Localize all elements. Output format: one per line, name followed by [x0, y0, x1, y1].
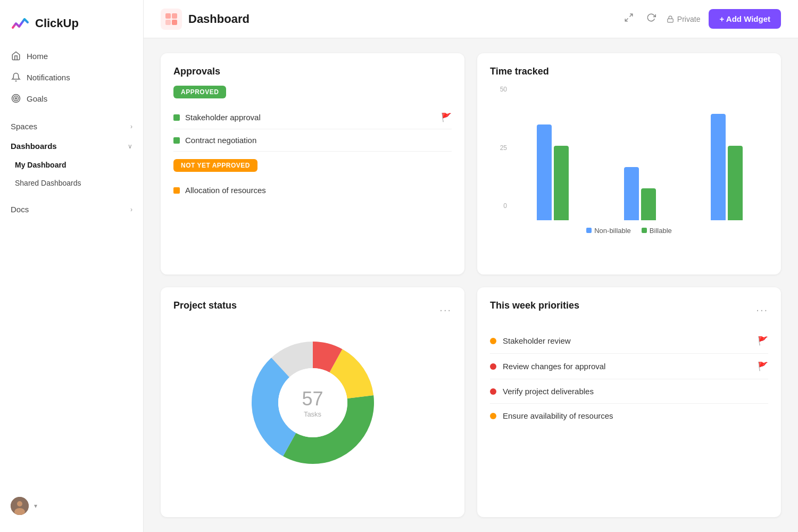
priority-flag-2: 🚩 [758, 361, 768, 371]
svg-point-4 [17, 501, 22, 506]
sidebar-item-my-dashboard[interactable]: My Dashboard [4, 156, 139, 173]
page-header: Dashboard Private + Add Widget [144, 0, 798, 38]
svg-rect-7 [172, 13, 177, 19]
approved-badge: APPROVED [173, 86, 226, 98]
bar-group-2 [598, 167, 681, 220]
add-widget-button[interactable]: + Add Widget [709, 9, 781, 29]
project-status-menu-button[interactable]: ··· [439, 304, 452, 316]
time-tracked-card: Time tracked 50 25 0 [477, 53, 781, 275]
private-badge: Private [667, 15, 701, 23]
bar-chart-container: 50 25 0 [490, 86, 768, 220]
donut-center: 57 Tasks [302, 388, 323, 418]
project-status-title: Project status [173, 300, 237, 311]
approval-item-allocation-label: Allocation of resources [185, 186, 266, 195]
project-status-card: Project status ··· [161, 287, 464, 517]
sidebar-item-goals[interactable]: Goals [4, 88, 139, 109]
svg-line-10 [629, 14, 632, 16]
sidebar-navigation: Home Notifications Goals Spaces › Dashbo… [0, 46, 143, 219]
priority-item-2: Review changes for approval 🚩 [490, 354, 768, 379]
svg-rect-12 [668, 19, 674, 22]
not-approved-badge: NOT YET APPROVED [173, 159, 257, 172]
legend-dot-non-billable [586, 228, 592, 233]
donut-total: 57 [302, 388, 323, 410]
bar-green-1 [554, 146, 569, 220]
user-profile-area[interactable]: ▾ [0, 488, 143, 523]
project-status-header: Project status ··· [173, 300, 452, 320]
approval-item-contract: Contract negotiation [173, 129, 452, 152]
bar-green-3 [728, 146, 743, 220]
y-axis: 50 25 0 [490, 86, 507, 210]
orange-dot-allocation [173, 187, 180, 194]
donut-label: Tasks [302, 410, 323, 418]
logo-area: ClickUp [0, 9, 143, 46]
priority-label-1: Stakeholder review [503, 336, 571, 345]
sidebar-item-notifications[interactable]: Notifications [4, 67, 139, 87]
home-icon [11, 51, 21, 61]
sidebar-item-dashboards-label: Dashboards [11, 142, 57, 151]
time-tracked-title: Time tracked [490, 66, 768, 77]
priority-dot-1 [490, 338, 496, 344]
priority-item-1: Stakeholder review 🚩 [490, 328, 768, 354]
bell-icon [11, 72, 21, 82]
y-label-0: 0 [490, 202, 507, 210]
svg-rect-9 [172, 20, 177, 25]
svg-rect-6 [165, 13, 171, 19]
chart-legend: Non-billable Billable [490, 227, 768, 235]
sidebar-item-shared-dashboards[interactable]: Shared Dashboards [4, 174, 139, 192]
sidebar-item-home[interactable]: Home [4, 46, 139, 66]
priority-flag-1: 🚩 [758, 336, 768, 346]
approval-item-allocation: Allocation of resources [173, 179, 452, 201]
clickup-logo-icon [11, 14, 30, 33]
target-icon [11, 93, 21, 104]
priority-item-4: Ensure availability of resources [490, 404, 768, 428]
legend-non-billable: Non-billable [586, 227, 631, 235]
main-content: Dashboard Private + Add Widget Approvals… [144, 0, 798, 532]
time-tracked-chart: 50 25 0 [490, 86, 768, 235]
chevron-down-icon: ∨ [128, 143, 132, 150]
expand-button[interactable] [622, 11, 636, 27]
priority-dot-2 [490, 363, 496, 370]
dashboard-grid: Approvals APPROVED Stakeholder approval … [144, 38, 798, 532]
chevron-right-docs-icon: › [130, 206, 132, 213]
priority-label-4: Ensure availability of resources [503, 411, 613, 420]
header-actions: Private + Add Widget [622, 9, 781, 29]
y-label-50: 50 [490, 86, 507, 93]
bar-group-3 [685, 114, 768, 220]
priorities-menu-button[interactable]: ··· [756, 304, 768, 316]
svg-point-2 [15, 98, 17, 99]
approval-item-contract-label: Contract negotiation [185, 136, 256, 145]
bar-green-2 [641, 188, 656, 220]
donut-chart: 57 Tasks [244, 334, 382, 472]
priority-dot-3 [490, 388, 496, 395]
refresh-button[interactable] [644, 11, 658, 27]
priorities-title: This week priorities [490, 300, 579, 311]
bar-group-1 [511, 124, 594, 220]
flag-icon-stakeholder: 🚩 [441, 112, 452, 122]
approvals-card-title: Approvals [173, 66, 452, 77]
chevron-right-icon: › [130, 123, 132, 130]
svg-point-1 [14, 96, 19, 101]
private-label: Private [677, 15, 701, 23]
sidebar-item-my-dashboard-label: My Dashboard [15, 161, 66, 169]
sidebar-item-goals-label: Goals [27, 94, 47, 103]
priority-dot-4 [490, 413, 496, 419]
priorities-card: This week priorities ··· Stakeholder rev… [477, 287, 781, 517]
sidebar-item-shared-dashboards-label: Shared Dashboards [15, 179, 81, 187]
sidebar-item-home-label: Home [27, 52, 48, 61]
approval-item-stakeholder: Stakeholder approval 🚩 [173, 106, 452, 129]
priorities-header: This week priorities ··· [490, 300, 768, 320]
avatar [11, 497, 29, 515]
approval-item-stakeholder-label: Stakeholder approval [185, 113, 261, 122]
sidebar-item-spaces[interactable]: Spaces › [4, 117, 139, 136]
sidebar-item-docs-label: Docs [11, 205, 29, 214]
sidebar-item-docs[interactable]: Docs › [4, 200, 139, 219]
dashboard-icon [161, 9, 182, 30]
legend-billable: Billable [642, 227, 672, 235]
sidebar: ClickUp Home Notifications Goals Spaces … [0, 0, 144, 532]
sidebar-item-notifications-label: Notifications [27, 73, 70, 82]
page-title: Dashboard [188, 12, 616, 26]
priority-item-3: Verify project deliverables [490, 379, 768, 404]
green-dot-contract [173, 137, 180, 144]
sidebar-item-dashboards[interactable]: Dashboards ∨ [4, 137, 139, 155]
priorities-list: Stakeholder review 🚩 Review changes for … [490, 328, 768, 428]
